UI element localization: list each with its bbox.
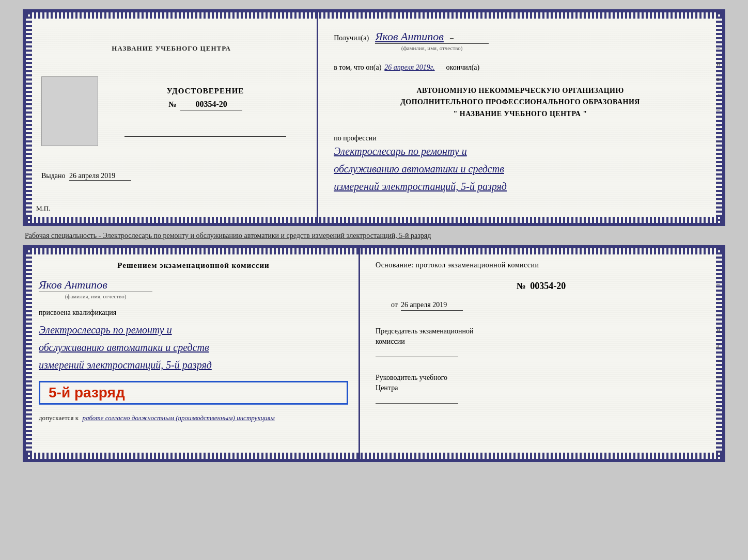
given-line: в том, что он(а) 26 апреля 2019г. окончи… <box>334 63 707 72</box>
допускается-prefix: допускается к <box>39 414 79 422</box>
director-title1: Руководитель учебного <box>376 374 447 381</box>
recipient-section: Получил(а) Яков Антипов – (фамилия, имя,… <box>334 30 707 51</box>
chairman-title: Председатель экзаменационной комиссии <box>376 326 707 346</box>
bottom-doc-right-panel: Основание: протокол экзаменационной коми… <box>360 248 722 459</box>
qualification-hw-text: Электрослесарь по ремонту и обслуживанию… <box>39 321 348 374</box>
bottom-person-section: Яков Антипов (фамилия, имя, отчество) <box>39 278 348 299</box>
top-document: НАЗВАНИЕ УЧЕБНОГО ЦЕНТРА УДОСТОВЕРЕНИЕ №… <box>23 9 725 226</box>
profession-text: Электрослесарь по ремонту и обслуживанию… <box>334 142 707 195</box>
допускается-hw: работе согласно должностным (производств… <box>82 414 274 422</box>
org-text-block: АВТОНОМНУЮ НЕКОММЕРЧЕСКУЮ ОРГАНИЗАЦИЮ ДО… <box>334 85 707 120</box>
cert-title: УДОСТОВЕРЕНИЕ <box>167 87 244 95</box>
mp-label: М.П. <box>36 204 50 213</box>
grade-box: 5-й разряд <box>39 381 348 405</box>
issued-label: Выдано <box>41 172 66 180</box>
basis-text: Основание: протокол экзаменационной коми… <box>376 261 707 269</box>
org-line1: АВТОНОМНУЮ НЕКОММЕРЧЕСКУЮ ОРГАНИЗАЦИЮ <box>334 85 707 97</box>
protocol-num-label: № <box>517 281 526 291</box>
prof-line3: измерений электростанций, 5-й разряд <box>334 181 507 192</box>
given-suffix: окончил(а) <box>446 63 480 72</box>
top-center-label: НАЗВАНИЕ УЧЕБНОГО ЦЕНТРА <box>112 43 231 54</box>
from-date: 26 апреля 2019 <box>401 301 463 311</box>
recipient-name: Яков Антипов <box>375 30 444 43</box>
protocol-date-block: от 26 апреля 2019 <box>391 301 707 311</box>
допускается-line: допускается к работе согласно должностны… <box>39 413 348 423</box>
qual-line1: Электрослесарь по ремонту и <box>39 324 172 335</box>
from-label: от <box>391 301 398 309</box>
bottom-doc-left-panel: Решением экзаменационной комиссии Яков А… <box>26 248 360 459</box>
chairman-block: Председатель экзаменационной комиссии <box>376 326 707 357</box>
cert-photo-placeholder <box>41 76 98 146</box>
chairman-signature-line <box>376 357 458 357</box>
given-date: 26 апреля 2019г. <box>384 63 434 72</box>
bottom-document: Решением экзаменационной комиссии Яков А… <box>23 245 725 462</box>
org-line3: " НАЗВАНИЕ УЧЕБНОГО ЦЕНТРА " <box>334 108 707 120</box>
prof-line2: обслуживанию автоматики и средств <box>334 163 504 174</box>
side-markers: – и а ← – – – <box>716 44 723 145</box>
org-line2: ДОПОЛНИТЕЛЬНОГО ПРОФЕССИОНАЛЬНОГО ОБРАЗО… <box>334 97 707 108</box>
bottom-side-markers: – – – и а ← – – – – <box>716 280 723 427</box>
chairman-title2: комиссии <box>376 338 405 345</box>
middle-info-content: Рабочая специальность - Электрослесарь п… <box>25 232 431 239</box>
given-prefix: в том, что он(а) <box>334 63 381 72</box>
director-title2: Центра <box>376 384 398 392</box>
director-title: Руководитель учебного Центра <box>376 373 707 393</box>
top-doc-left-panel: НАЗВАНИЕ УЧЕБНОГО ЦЕНТРА УДОСТОВЕРЕНИЕ №… <box>26 12 318 223</box>
top-doc-right-panel: Получил(а) Яков Антипов – (фамилия, имя,… <box>318 12 722 223</box>
director-signature-line <box>376 403 458 404</box>
protocol-num-value: 00354-20 <box>530 281 566 291</box>
bottom-person-name: Яков Антипов <box>39 278 107 291</box>
cert-num-symbol: № <box>168 100 176 108</box>
prof-line1: Электрослесарь по ремонту и <box>334 146 467 157</box>
cert-number: 00354-20 <box>180 100 242 110</box>
decision-text: Решением экзаменационной комиссии <box>39 261 348 270</box>
director-block: Руководитель учебного Центра <box>376 373 707 404</box>
qual-line2: обслуживанию автоматики и средств <box>39 342 209 353</box>
issued-date: 26 апреля 2019 <box>69 172 131 181</box>
qual-line3: измерений электростанций, 5-й разряд <box>39 359 212 371</box>
profession-label: по профессии <box>334 134 707 142</box>
protocol-num-block: № 00354-20 <box>376 281 707 292</box>
fio-label-top: (фамилия, имя, отчество) <box>375 43 489 51</box>
issued-line: Выдано 26 апреля 2019 <box>36 172 306 181</box>
fio-label-bottom: (фамилия, имя, отчество) <box>39 292 152 299</box>
chairman-title1: Председатель экзаменационной <box>376 327 473 335</box>
profession-section: по профессии Электрослесарь по ремонту и… <box>334 132 707 195</box>
grade-text: 5-й разряд <box>49 385 125 401</box>
recipient-prefix: Получил(а) <box>334 34 369 42</box>
middle-info-text: Рабочая специальность - Электрослесарь п… <box>23 226 725 245</box>
qualification-label: присвоена квалификация <box>39 309 348 317</box>
